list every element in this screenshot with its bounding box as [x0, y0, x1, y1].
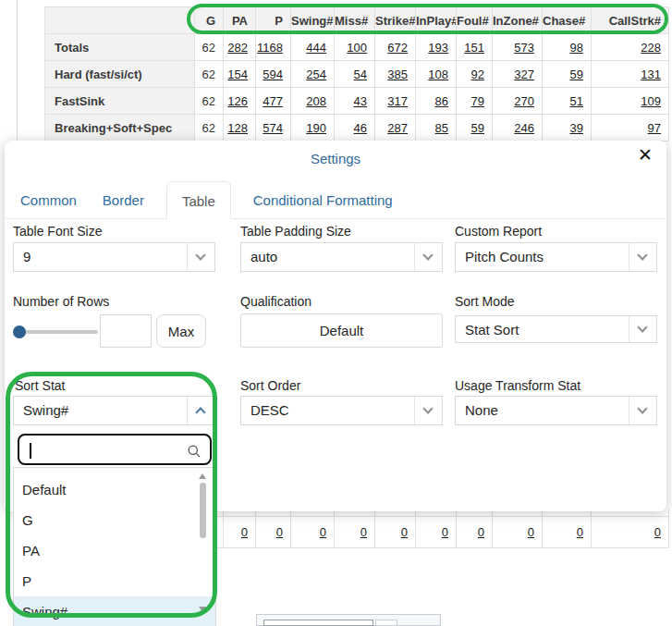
dropdown-option[interactable]: Swing#: [14, 596, 215, 626]
stat-link[interactable]: 86: [435, 94, 448, 108]
stat-link[interactable]: 0: [401, 525, 408, 539]
table-cell: 287: [375, 115, 416, 141]
stat-link[interactable]: 128: [227, 121, 248, 135]
stat-link[interactable]: 1168: [257, 41, 283, 55]
stat-link[interactable]: 98: [570, 41, 583, 55]
stat-link[interactable]: 0: [577, 525, 583, 539]
dropdown-option[interactable]: Default: [14, 474, 215, 505]
search-input[interactable]: [29, 438, 177, 460]
stat-link[interactable]: 59: [471, 121, 484, 135]
sort-order-select[interactable]: DESC: [240, 396, 443, 425]
column-header[interactable]: G: [195, 7, 224, 34]
stat-link[interactable]: 0: [276, 525, 283, 539]
stat-link[interactable]: 594: [263, 68, 283, 81]
dropdown-option[interactable]: P: [14, 566, 215, 596]
table-cell: 208: [291, 88, 335, 115]
stat-link[interactable]: 208: [306, 94, 326, 108]
column-header[interactable]: InPlay#: [416, 7, 457, 34]
stat-link[interactable]: 270: [514, 94, 534, 108]
stat-link[interactable]: 0: [241, 525, 248, 539]
qualification-button[interactable]: Default: [240, 313, 443, 348]
rows-input[interactable]: [100, 314, 152, 348]
stat-link[interactable]: 0: [360, 525, 367, 539]
table-font-size-select[interactable]: 9: [13, 242, 215, 272]
background-divider: [17, 0, 18, 141]
slider-thumb[interactable]: [13, 325, 26, 338]
sort-mode-select[interactable]: Stat Sort: [455, 315, 657, 343]
stat-link[interactable]: 109: [641, 94, 661, 108]
stat-link[interactable]: 131: [641, 68, 661, 81]
table-padding-size-select[interactable]: auto: [240, 242, 443, 272]
stat-link[interactable]: 317: [387, 94, 408, 108]
stat-link[interactable]: 0: [478, 525, 484, 539]
tab-table[interactable]: Table: [166, 181, 231, 219]
scroll-down-icon[interactable]: [199, 607, 206, 612]
stat-link[interactable]: 254: [306, 68, 326, 81]
stat-link[interactable]: 85: [435, 121, 448, 135]
dropdown-option[interactable]: G: [14, 505, 215, 535]
stat-link[interactable]: 287: [387, 121, 408, 135]
tab-border[interactable]: Border: [103, 181, 144, 218]
stat-link[interactable]: 0: [442, 525, 448, 539]
stat-link[interactable]: 79: [471, 94, 484, 108]
sort-stat-select[interactable]: Swing#: [13, 396, 215, 425]
stat-link[interactable]: 51: [570, 94, 583, 108]
stat-link[interactable]: 228: [641, 41, 661, 55]
stat-link[interactable]: 43: [354, 94, 367, 108]
stat-link[interactable]: 46: [354, 121, 367, 135]
stat-link[interactable]: 282: [227, 41, 248, 55]
stat-link[interactable]: 573: [514, 41, 534, 55]
scrollbar-thumb[interactable]: [200, 483, 206, 538]
stat-link[interactable]: 444: [306, 41, 326, 55]
stat-link[interactable]: 154: [227, 68, 248, 81]
chevron-down-icon: [637, 322, 647, 332]
stat-link[interactable]: 39: [570, 121, 583, 135]
tab-common[interactable]: Common: [20, 181, 77, 218]
table-cell: 0: [457, 516, 493, 547]
column-header[interactable]: Miss#: [335, 7, 375, 34]
close-icon[interactable]: ✕: [638, 146, 653, 164]
column-header: [45, 7, 195, 34]
stat-link[interactable]: 100: [347, 41, 367, 55]
stat-link[interactable]: 0: [528, 525, 534, 539]
stat-link[interactable]: 672: [387, 41, 408, 55]
column-header[interactable]: Swing#: [291, 7, 335, 34]
usage-transform-stat-select[interactable]: None: [455, 396, 657, 425]
column-header[interactable]: InZone#: [493, 7, 543, 34]
table-cell: 672: [375, 34, 416, 61]
app-canvas: GPAPSwing#Miss#Strike#InPlay#Foul#InZone…: [0, 0, 672, 626]
column-header[interactable]: CallStrk#: [592, 7, 669, 34]
select-value: auto: [250, 243, 277, 271]
stat-link[interactable]: 385: [387, 68, 408, 81]
column-header[interactable]: Chase#: [543, 7, 592, 34]
stat-link[interactable]: 327: [514, 68, 534, 81]
stat-link[interactable]: 246: [514, 121, 534, 135]
custom-report-select[interactable]: Pitch Counts: [455, 242, 657, 272]
stat-link[interactable]: 0: [654, 525, 661, 539]
column-header[interactable]: Foul#: [457, 7, 493, 34]
stat-link[interactable]: 193: [428, 41, 448, 55]
stat-link[interactable]: 59: [570, 68, 583, 81]
table-cell: 594: [256, 61, 291, 88]
scroll-up-icon[interactable]: [199, 473, 206, 479]
column-header[interactable]: Strike#: [375, 7, 416, 34]
stat-link[interactable]: 126: [227, 94, 248, 108]
stat-link[interactable]: 0: [320, 525, 326, 539]
stat-link[interactable]: 92: [471, 68, 484, 81]
stat-link[interactable]: 190: [306, 121, 326, 135]
tab-conditional-formatting[interactable]: Conditional Formatting: [253, 181, 393, 218]
dropdown-option[interactable]: PA: [14, 535, 215, 566]
stat-link[interactable]: 574: [263, 121, 283, 135]
stat-link[interactable]: 108: [428, 68, 448, 81]
stat-link[interactable]: 151: [464, 41, 484, 55]
stat-link[interactable]: 54: [354, 68, 367, 81]
background-widget-button[interactable]: [375, 620, 397, 626]
table-cell: 228: [592, 34, 669, 61]
column-header[interactable]: PA: [224, 7, 256, 34]
background-widget-input[interactable]: [263, 620, 373, 626]
max-button[interactable]: Max: [156, 314, 206, 348]
rows-slider[interactable]: [13, 314, 98, 350]
stat-link[interactable]: 97: [648, 121, 661, 135]
stat-link[interactable]: 477: [263, 94, 283, 108]
column-header[interactable]: P: [256, 7, 291, 34]
